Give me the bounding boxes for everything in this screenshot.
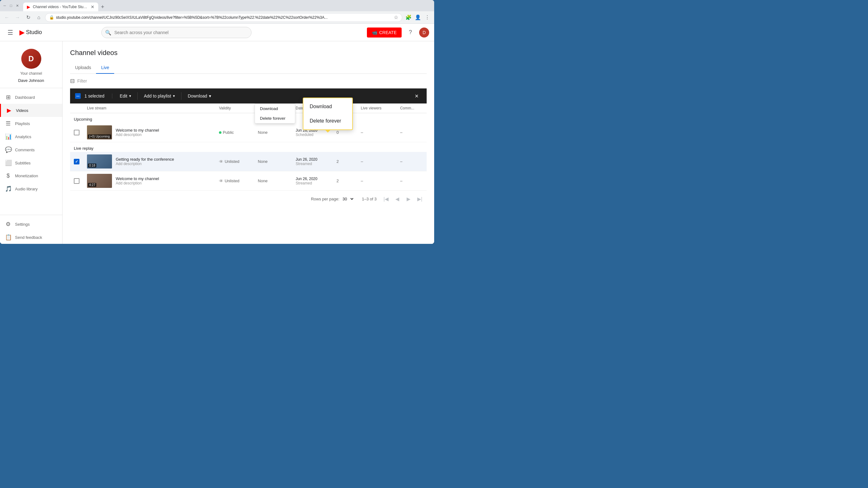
- help-button[interactable]: ?: [405, 28, 415, 37]
- row3-visibility-cell: 👁 Unlisted: [215, 171, 254, 191]
- row1-check-cell[interactable]: [70, 123, 83, 142]
- sidebar-item-feedback[interactable]: 📋 Send feedback: [0, 231, 62, 244]
- more-button[interactable]: ⋮: [423, 13, 432, 22]
- search-icon: 🔍: [105, 29, 111, 35]
- sidebar-item-label-playlists: Playlists: [15, 121, 57, 126]
- row3-visibility-text: Unlisted: [225, 178, 239, 183]
- comments-icon: 💬: [5, 146, 11, 153]
- row3-thumbnail[interactable]: 4:27: [87, 174, 112, 188]
- edit-button[interactable]: Edit ▾: [115, 91, 136, 101]
- close-tab-icon[interactable]: ✕: [91, 4, 94, 9]
- feedback-icon: 📋: [5, 234, 11, 241]
- row1-date-sub: Scheduled: [296, 133, 329, 137]
- app-header: ☰ ▶ Studio 🔍 📹 CREATE ? D: [0, 24, 434, 41]
- youtube-studio-logo[interactable]: ▶ Studio: [20, 28, 42, 37]
- row3-date-cell: Jun 26, 2020 Streamed: [292, 171, 333, 191]
- channel-avatar[interactable]: D: [21, 49, 41, 69]
- row3-video-cell: 4:27 Welcome to my channel Add descripti…: [83, 171, 215, 191]
- row2-visibility-cell: 👁 Unlisted: [215, 152, 254, 171]
- maximize-button[interactable]: □: [9, 3, 13, 8]
- row2-checkbox[interactable]: [74, 159, 80, 164]
- new-tab-button[interactable]: +: [98, 2, 107, 11]
- sidebar-item-settings[interactable]: ⚙ Settings: [0, 218, 62, 231]
- sidebar-item-audio-library[interactable]: 🎵 Audio library: [0, 182, 62, 195]
- popup-download-item[interactable]: Download: [303, 99, 352, 114]
- sidebar-item-videos[interactable]: ▶ Videos: [0, 104, 62, 117]
- forward-button[interactable]: →: [13, 13, 22, 22]
- row3-checkbox[interactable]: [74, 178, 80, 184]
- sidebar: D Your channel Dave Johnson ⊞ Dashboard …: [0, 41, 63, 244]
- sidebar-item-dashboard[interactable]: ⊞ Dashboard: [0, 91, 62, 104]
- create-label: CREATE: [379, 30, 397, 35]
- row3-description[interactable]: Add description: [116, 181, 212, 185]
- youtube-logo-icon: ▶: [20, 28, 25, 37]
- row3-date-sub: Streamed: [296, 181, 329, 185]
- tab-title: Channel videos - YouTube Studio: [33, 5, 88, 9]
- next-page-button[interactable]: ▶: [404, 194, 413, 203]
- row3-title[interactable]: Welcome to my channel: [116, 176, 212, 181]
- star-icon[interactable]: ☆: [394, 14, 398, 20]
- row2-views-cell: 2: [333, 152, 357, 171]
- dropdown-download-item[interactable]: Download: [255, 104, 295, 113]
- filter-bar: ⊟ Filter: [70, 74, 427, 89]
- sidebar-bottom: ⚙ Settings 📋 Send feedback: [0, 215, 62, 244]
- row2-description[interactable]: Add description: [116, 162, 212, 166]
- row1-checkbox[interactable]: [74, 130, 80, 135]
- minimize-button[interactable]: ─: [2, 3, 7, 8]
- hamburger-menu[interactable]: ☰: [5, 26, 16, 39]
- tab-uploads[interactable]: Uploads: [70, 62, 96, 74]
- avatar[interactable]: D: [419, 28, 429, 37]
- subtitles-icon: ⬜: [5, 159, 11, 166]
- row1-badge: (+0) Upcoming: [88, 134, 111, 138]
- selection-toolbar: 1 selected Edit ▾ Add to playlist ▾ Down…: [70, 89, 427, 103]
- col-visibility-header: Validity: [215, 103, 254, 113]
- sidebar-nav: ⊞ Dashboard ▶ Videos ☰ Playlists 📊 Analy…: [0, 91, 62, 195]
- sidebar-item-analytics[interactable]: 📊 Analytics: [0, 130, 62, 143]
- row2-video-details: Getting ready for the conference Add des…: [116, 157, 212, 166]
- dashboard-icon: ⊞: [5, 94, 11, 101]
- row1-title[interactable]: Welcome to my channel: [116, 128, 212, 133]
- sidebar-item-label-settings: Settings: [15, 222, 57, 227]
- select-all-checkbox[interactable]: [75, 93, 81, 99]
- table-row: (+0) Upcoming Welcome to my channel Add …: [70, 123, 427, 142]
- content-tabs: Uploads Live: [70, 62, 427, 74]
- search-input[interactable]: [101, 27, 251, 38]
- row2-check-cell[interactable]: [70, 152, 83, 171]
- address-text: studio.youtube.com/channel/UCJnz90cSeIXS…: [56, 15, 392, 20]
- row3-check-cell[interactable]: [70, 171, 83, 191]
- sidebar-item-playlists[interactable]: ☰ Playlists: [0, 117, 62, 130]
- profile-button[interactable]: 👤: [413, 13, 422, 22]
- add-to-playlist-button[interactable]: Add to playlist ▾: [139, 91, 180, 101]
- create-button[interactable]: 📹 CREATE: [367, 28, 402, 37]
- col-check-header: [70, 103, 83, 113]
- settings-icon: ⚙: [5, 221, 11, 228]
- row1-thumbnail[interactable]: (+0) Upcoming: [87, 125, 112, 139]
- browser-frame: ─ □ ✕ ▶ Channel videos - YouTube Studio …: [0, 0, 434, 244]
- back-button[interactable]: ←: [2, 13, 11, 22]
- last-page-button[interactable]: ▶|: [415, 194, 424, 203]
- dropdown-delete-item[interactable]: Delete forever: [255, 113, 295, 123]
- active-tab[interactable]: ▶ Channel videos - YouTube Studio ✕: [23, 2, 98, 11]
- close-toolbar-button[interactable]: ×: [412, 91, 422, 101]
- rows-per-page-select[interactable]: 30 50 100: [341, 196, 354, 202]
- section-upcoming: Upcoming: [70, 113, 427, 123]
- extensions-button[interactable]: 🧩: [404, 13, 413, 22]
- sidebar-item-comments[interactable]: 💬 Comments: [0, 143, 62, 156]
- refresh-button[interactable]: ↻: [24, 13, 33, 22]
- popup-delete-item[interactable]: Delete forever: [303, 114, 352, 128]
- row2-title[interactable]: Getting ready for the conference: [116, 157, 212, 162]
- address-bar[interactable]: 🔒 studio.youtube.com/channel/UCJnz90cSeI…: [45, 13, 402, 22]
- sidebar-item-subtitles[interactable]: ⬜ Subtitles: [0, 156, 62, 169]
- download-button[interactable]: Download ▾: [183, 91, 216, 101]
- close-button[interactable]: ✕: [15, 3, 20, 8]
- tab-live[interactable]: Live: [96, 62, 114, 74]
- sidebar-item-monetization[interactable]: $ Monetization: [0, 169, 62, 182]
- first-page-button[interactable]: |◀: [382, 194, 391, 203]
- home-button[interactable]: ⌂: [34, 13, 43, 22]
- toolbar-divider-2: [181, 92, 181, 100]
- row1-description[interactable]: Add description: [116, 133, 212, 137]
- row3-badge-text: 4:27: [89, 183, 95, 187]
- prev-page-button[interactable]: ◀: [393, 194, 402, 203]
- row2-thumbnail[interactable]: 0:18: [87, 155, 112, 168]
- rows-per-page-label: Rows per page:: [311, 197, 339, 201]
